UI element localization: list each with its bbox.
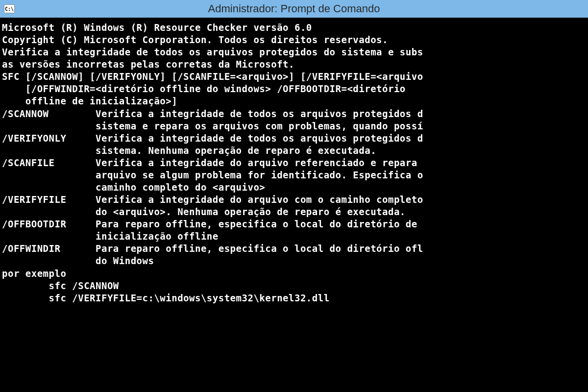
cmd-icon: C:\: [4, 4, 15, 13]
terminal-line: sistema. Nenhuma operação de reparo é ex…: [2, 145, 586, 157]
terminal-line: Verifica a integridade de todos os arqui…: [2, 46, 586, 58]
terminal-line: caminho completo do <arquivo>: [2, 181, 586, 194]
terminal-line: /VERIFYFILE Verifica a integridade do ar…: [2, 194, 586, 206]
terminal-line: Copyright (C) Microsoft Corporation. Tod…: [2, 34, 586, 46]
window-title: Administrador: Prompt de Comando: [208, 2, 380, 15]
terminal-line: do Windows: [2, 255, 586, 267]
terminal-output[interactable]: Microsoft (R) Windows (R) Resource Check…: [0, 18, 588, 392]
terminal-line: offline de inicialização>]: [2, 95, 586, 107]
terminal-line: /VERIFYONLY Verifica a integridade de to…: [2, 132, 586, 145]
terminal-line: arquivo se algum problema for identifica…: [2, 169, 586, 181]
terminal-line: /OFFWINDIR Para reparo offline, especifi…: [2, 243, 586, 255]
terminal-line: do <arquivo>. Nenhuma operação de reparo…: [2, 206, 586, 218]
terminal-line: sfc /SCANNOW: [2, 280, 586, 292]
terminal-line: /SCANFILE Verifica a integridade do arqu…: [2, 157, 586, 169]
terminal-line: inicialização offline: [2, 230, 586, 243]
terminal-line: Microsoft (R) Windows (R) Resource Check…: [2, 22, 586, 34]
terminal-line: /OFFBOOTDIR Para reparo offline, especif…: [2, 218, 586, 230]
terminal-line: [/OFFWINDIR=<diretório offline do window…: [2, 83, 586, 95]
terminal-line: sistema e repara os arquivos com problem…: [2, 120, 586, 132]
titlebar[interactable]: C:\ Administrador: Prompt de Comando: [0, 0, 588, 18]
terminal-line: as versões incorretas pelas corretas da …: [2, 58, 586, 71]
command-prompt-window: C:\ Administrador: Prompt de Comando Mic…: [0, 0, 588, 392]
terminal-line: sfc /VERIFYFILE=c:\windows\system32\kern…: [2, 292, 586, 304]
terminal-line: por exemplo: [2, 268, 586, 280]
terminal-line: SFC [/SCANNOW] [/VERIFYONLY] [/SCANFILE=…: [2, 71, 586, 83]
terminal-line: /SCANNOW Verifica a integridade de todos…: [2, 108, 586, 120]
